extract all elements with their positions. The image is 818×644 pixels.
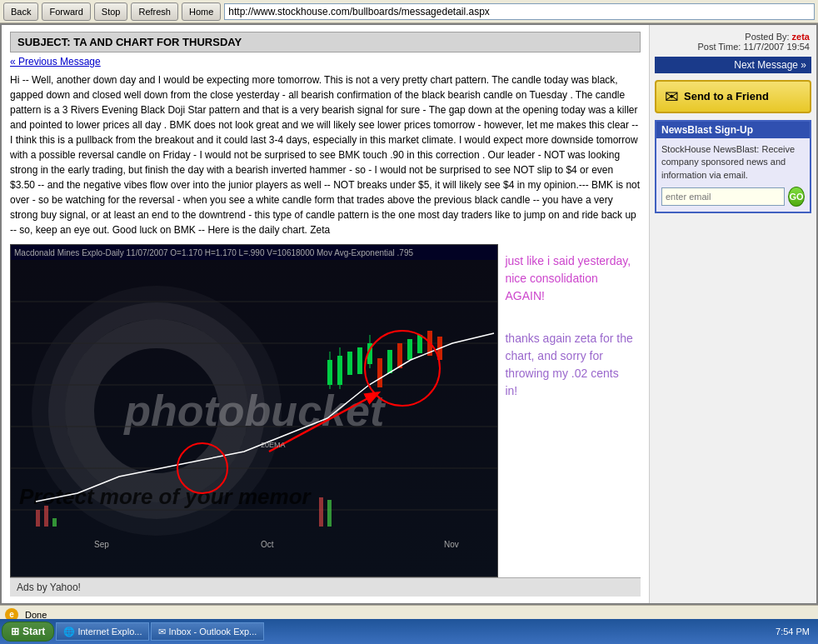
svg-rect-26 (52, 518, 57, 527)
svg-rect-11 (357, 347, 362, 374)
svg-rect-17 (407, 339, 412, 360)
address-bar[interactable] (224, 3, 815, 20)
email-input[interactable] (661, 187, 785, 206)
taskbar: ⊞ Start 🌐 Internet Explo... ✉ Inbox - Ou… (0, 619, 818, 644)
annotation1-text: just like i said yesterday, nice consoli… (505, 252, 634, 305)
send-friend-button[interactable]: ✉ Send to a Friend (655, 80, 811, 113)
svg-rect-14 (377, 358, 382, 387)
chart-ticker-bar: Macdonald Mines Explo-Daily 11/07/2007 O… (11, 245, 497, 260)
svg-rect-25 (44, 506, 48, 527)
start-label: Start (22, 626, 45, 637)
content-area: SUBJECT: TA AND CHART FOR THURSDAY « Pre… (2, 25, 650, 603)
taskbar-item-outlook[interactable]: ✉ Inbox - Outlook Exp... (151, 622, 264, 641)
post-time-value: 11/7/2007 19:54 (743, 42, 810, 52)
taskbar-outlook-label: Inbox - Outlook Exp... (169, 627, 257, 637)
start-button[interactable]: ⊞ Start (2, 622, 54, 642)
refresh-button[interactable]: Refresh (131, 2, 178, 21)
status-text: Done (25, 610, 47, 620)
subject-bar: SUBJECT: TA AND CHART FOR THURSDAY (10, 32, 641, 52)
browser-toolbar: Back Forward Stop Refresh Home (0, 0, 818, 23)
send-friend-icon: ✉ (665, 87, 679, 107)
chart-container: Macdonald Mines Explo-Daily 11/07/2007 O… (10, 244, 498, 577)
svg-text:Oct: Oct (261, 540, 274, 549)
annotation2-text: thanks again zeta for the chart, and sor… (505, 330, 634, 400)
email-icon: ✉ (158, 627, 168, 637)
next-message-bar: Next Message » (655, 57, 811, 73)
ads-label: Ads by Yahoo! (17, 582, 81, 593)
back-button[interactable]: Back (3, 2, 38, 21)
message-body: Hi -- Well, another down day and I would… (10, 72, 641, 237)
svg-rect-16 (397, 343, 402, 368)
subject-text: SUBJECT: TA AND CHART FOR THURSDAY (17, 36, 242, 48)
post-time-label: Post Time: (697, 42, 741, 52)
sidebar: Posted By: zeta Post Time: 11/7/2007 19:… (650, 25, 816, 603)
svg-text:Nov: Nov (444, 540, 459, 549)
ie-icon: 🌐 (63, 627, 77, 637)
svg-rect-15 (387, 350, 392, 373)
home-button[interactable]: Home (182, 2, 221, 21)
page-wrapper: SUBJECT: TA AND CHART FOR THURSDAY « Pre… (0, 23, 818, 605)
newsblast-title: NewsBlast Sign-Up (656, 122, 810, 138)
nav-links: « Previous Message (10, 56, 641, 67)
previous-message-link[interactable]: « Previous Message (10, 56, 101, 67)
svg-rect-10 (347, 352, 352, 375)
newsblast-box: NewsBlast Sign-Up StockHouse NewsBlast: … (655, 120, 811, 213)
svg-text:20EMA: 20EMA (261, 441, 286, 449)
forward-button[interactable]: Forward (42, 2, 90, 21)
newsblast-desc: StockHouse NewsBlast: Receive company sp… (661, 143, 805, 182)
ticker-info: Macdonald Mines Explo-Daily 11/07/2007 O… (14, 248, 413, 257)
chart-svg: 1.4 1.2 1 .8 .6 .4 Sep Oct Nov 20EMA (11, 260, 498, 560)
taskbar-item-ie[interactable]: 🌐 Internet Explo... (56, 622, 149, 641)
posted-by-label: Posted By: (745, 32, 789, 42)
next-message-link[interactable]: Next Message » (734, 59, 806, 71)
svg-rect-18 (417, 335, 422, 353)
message-text: Hi -- Well, another down day and I would… (10, 74, 640, 236)
post-info: Posted By: zeta Post Time: 11/7/2007 19:… (655, 30, 811, 53)
main-layout: SUBJECT: TA AND CHART FOR THURSDAY « Pre… (2, 25, 816, 603)
browser-chrome: Back Forward Stop Refresh Home (0, 0, 818, 23)
taskbar-ie-label: Internet Explo... (77, 627, 142, 637)
email-row: GO (661, 187, 805, 207)
ads-bar: Ads by Yahoo! (10, 577, 641, 597)
windows-logo: ⊞ (11, 626, 19, 637)
svg-rect-24 (36, 510, 40, 527)
go-button[interactable]: GO (788, 187, 805, 207)
svg-text:Sep: Sep (94, 540, 109, 549)
taskbar-clock: 7:54 PM (769, 627, 816, 637)
send-friend-label: Send to a Friend (684, 90, 769, 103)
chart-annotations-area: just like i said yesterday, nice consoli… (498, 244, 641, 408)
svg-rect-28 (327, 500, 332, 527)
posted-by-user[interactable]: zeta (792, 32, 810, 42)
stop-button[interactable]: Stop (94, 2, 128, 21)
svg-rect-27 (319, 497, 323, 527)
